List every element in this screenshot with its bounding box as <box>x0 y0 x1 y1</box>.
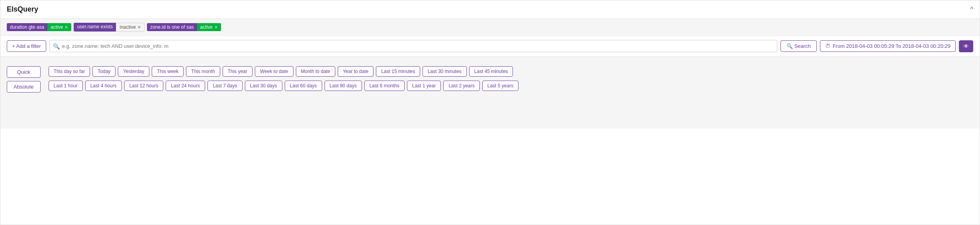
filter-badge-2[interactable]: inactive ✕ <box>116 23 145 32</box>
time-option-row1-2[interactable]: Yesterday <box>118 66 149 77</box>
add-filter-button[interactable]: + Add a filter <box>7 40 46 52</box>
time-option-row2-0[interactable]: Last 1 hour <box>49 81 83 91</box>
search-row: + Add a filter 🔍 🔍 Search ⏱ From 2018-04… <box>0 36 980 57</box>
time-option-row1-5[interactable]: This year <box>223 66 252 77</box>
time-option-row2-8[interactable]: Last 6 months <box>364 81 405 91</box>
time-option-row2-5[interactable]: Last 30 days <box>245 81 282 91</box>
time-option-row1-0[interactable]: This day so far <box>49 66 90 77</box>
search-input-wrap: 🔍 <box>49 40 777 52</box>
time-option-row1-3[interactable]: This week <box>152 66 184 77</box>
absolute-mode-button[interactable]: Absolute <box>7 81 41 93</box>
search-button[interactable]: 🔍 Search <box>780 40 817 52</box>
time-option-row2-9[interactable]: Last 1 year <box>407 81 441 91</box>
search-button-icon: 🔍 <box>786 43 793 49</box>
time-option-row1-1[interactable]: Today <box>92 66 115 77</box>
search-input[interactable] <box>62 40 774 52</box>
time-option-row2-4[interactable]: Last 7 days <box>207 81 242 91</box>
time-option-row1-9[interactable]: Last 15 minutes <box>376 66 420 77</box>
time-option-row1-11[interactable]: Last 45 minutes <box>469 66 513 77</box>
filter-badge-1[interactable]: active ✕ <box>47 23 71 31</box>
search-mag-icon: 🔍 <box>53 43 60 49</box>
filters-row: duration gte asa active ✕ user.name exis… <box>0 19 980 36</box>
time-option-row2-3[interactable]: Last 24 hours <box>166 81 205 91</box>
collapse-chevron-icon[interactable]: ^ <box>970 6 973 13</box>
time-option-row2-11[interactable]: Last 5 years <box>482 81 518 91</box>
filter-label-1: duration gte asa <box>7 23 47 31</box>
time-options-row-2: Last 1 hourLast 4 hoursLast 12 hoursLast… <box>49 81 973 91</box>
time-option-row1-4[interactable]: This month <box>186 66 220 77</box>
filter-label-3: zone.id is one of sas <box>147 23 197 31</box>
clock-icon: ⏱ <box>825 43 830 49</box>
quick-mode-button[interactable]: Quick <box>7 66 41 78</box>
app-title: ElsQuery <box>7 5 38 14</box>
datetime-range-label: From 2018-04-03 00:05:29 To 2018-04-03 0… <box>833 43 951 49</box>
time-options-column: This day so farTodayYesterdayThis weekTh… <box>49 66 973 119</box>
search-button-label: Search <box>794 43 811 49</box>
time-option-row2-2[interactable]: Last 12 hours <box>124 81 164 91</box>
time-option-row2-1[interactable]: Last 4 hours <box>85 81 122 91</box>
filter-close-3[interactable]: ✕ <box>214 25 218 30</box>
time-option-row1-7[interactable]: Month to date <box>296 66 335 77</box>
app-container: ElsQuery ^ duration gte asa active ✕ use… <box>0 0 980 225</box>
header: ElsQuery ^ <box>0 0 980 19</box>
time-option-row1-6[interactable]: Week to date <box>255 66 293 77</box>
filter-group-1: duration gte asa active ✕ <box>7 23 71 31</box>
filter-close-2[interactable]: ✕ <box>137 25 141 30</box>
time-option-row1-8[interactable]: Year to date <box>338 66 374 77</box>
eye-button[interactable]: 👁 <box>959 40 973 52</box>
filter-close-1[interactable]: ✕ <box>65 25 68 30</box>
time-option-row2-6[interactable]: Last 60 days <box>285 81 322 91</box>
filter-badge-3[interactable]: active ✕ <box>197 23 221 31</box>
time-option-row2-7[interactable]: Last 90 days <box>325 81 362 91</box>
filter-label-2: user.name exists <box>74 23 116 32</box>
datetime-range-button[interactable]: ⏱ From 2018-04-03 00:05:29 To 2018-04-03… <box>820 40 956 52</box>
eye-icon: 👁 <box>963 43 969 49</box>
time-mode-column: Quick Absolute <box>7 66 41 119</box>
filter-group-3: zone.id is one of sas active ✕ <box>147 23 221 31</box>
time-option-row2-10[interactable]: Last 2 years <box>443 81 479 91</box>
time-options-row-1: This day so farTodayYesterdayThis weekTh… <box>49 66 973 77</box>
time-picker-area: Quick Absolute This day so farTodayYeste… <box>0 57 980 128</box>
filter-group-2: user.name exists inactive ✕ <box>74 23 145 32</box>
time-option-row1-10[interactable]: Last 30 minutes <box>423 66 467 77</box>
